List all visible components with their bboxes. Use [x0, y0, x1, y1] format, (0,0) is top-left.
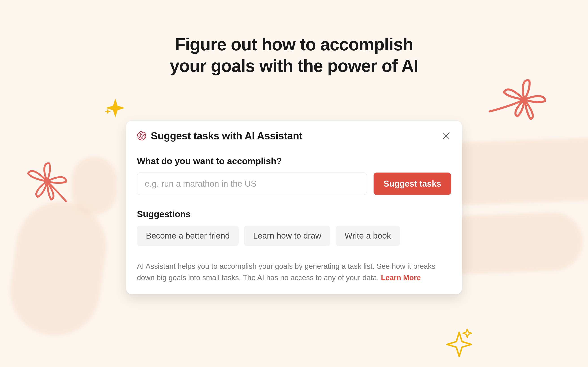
hero-heading-line-1: Figure out how to accomplish — [175, 35, 413, 54]
suggestion-chip[interactable]: Become a better friend — [137, 225, 239, 246]
suggestions-row: Become a better friend Learn how to draw… — [137, 225, 451, 246]
suggestions-label: Suggestions — [137, 209, 451, 219]
ai-assistant-modal: Suggest tasks with AI Assistant What do … — [126, 121, 462, 294]
suggest-tasks-button[interactable]: Suggest tasks — [373, 173, 451, 195]
background-blob — [4, 196, 112, 341]
modal-title-group: Suggest tasks with AI Assistant — [137, 130, 302, 142]
input-row: Suggest tasks — [137, 173, 451, 195]
modal-header: Suggest tasks with AI Assistant — [137, 130, 451, 142]
background-blob — [72, 157, 117, 215]
sparkle-icon — [103, 99, 125, 131]
goal-input[interactable] — [137, 173, 367, 195]
prompt-label: What do you want to accomplish? — [137, 156, 451, 166]
sparkle-icon — [446, 329, 473, 361]
flower-icon — [22, 157, 72, 207]
hero-heading: Figure out how to accomplish your goals … — [0, 33, 588, 77]
flower-icon — [489, 74, 556, 128]
footer-text: AI Assistant helps you to accomplish you… — [137, 260, 446, 283]
openai-icon — [137, 131, 146, 141]
learn-more-link[interactable]: Learn More — [381, 274, 421, 282]
suggestion-chip[interactable]: Learn how to draw — [244, 225, 330, 246]
close-icon — [442, 132, 450, 140]
hero-heading-line-2: your goals with the power of AI — [170, 56, 418, 75]
close-button[interactable] — [441, 131, 451, 141]
modal-title: Suggest tasks with AI Assistant — [151, 130, 302, 142]
suggestion-chip[interactable]: Write a book — [336, 225, 400, 246]
